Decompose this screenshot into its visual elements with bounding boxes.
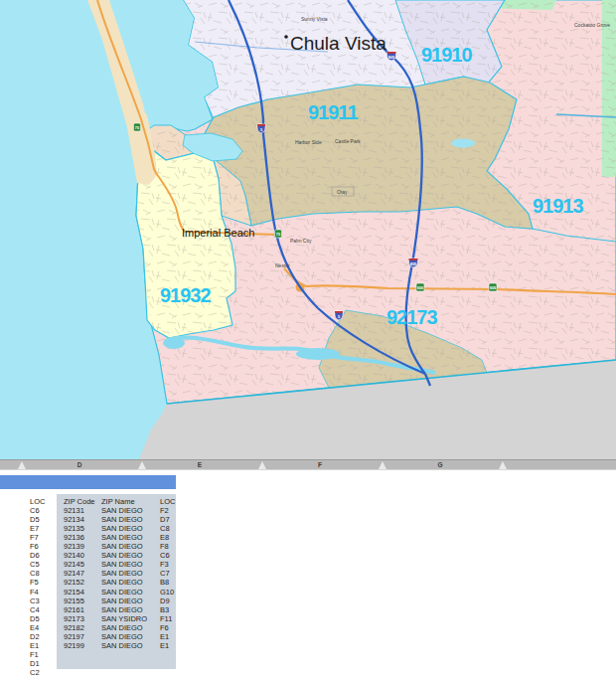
table-cell: F8 xyxy=(160,542,169,551)
table-row: F1 xyxy=(0,650,219,659)
table-cell: C2 xyxy=(30,668,40,677)
table-row: C592145SAN DIEGOF3 xyxy=(0,560,219,569)
state-route-shield-icon: 75 xyxy=(275,230,282,238)
table-cell: E1 xyxy=(160,641,169,650)
table-cell: D2 xyxy=(30,632,40,641)
table-cell: SAN DIEGO xyxy=(101,560,143,569)
table-cell: F3 xyxy=(160,560,169,569)
zip-code-map: 5 805 805 5 75 75 905 905 Chula Vista Su… xyxy=(0,0,616,459)
table-cell: C8 xyxy=(160,524,170,533)
table-cell: E7 xyxy=(30,524,39,533)
table-header-row: LOCZIP CodeZIP NameLOC xyxy=(0,497,219,506)
city-point-marker xyxy=(284,35,288,39)
table-row: C2 xyxy=(0,668,219,677)
table-cell: 92136 xyxy=(64,533,84,542)
table-row: F792136SAN DIEGOE8 xyxy=(0,533,219,542)
table-row: F592152SAN DIEGOB8 xyxy=(0,578,219,587)
table-header-cell: LOC xyxy=(30,497,45,506)
table-cell: 92131 xyxy=(64,506,84,515)
table-cell: F6 xyxy=(30,542,39,551)
table-cell: C4 xyxy=(30,605,40,614)
table-cell: F5 xyxy=(30,578,39,587)
table-cell: SAN DIEGO xyxy=(101,551,143,560)
table-cell: SAN DIEGO xyxy=(101,524,143,533)
table-cell: 92140 xyxy=(64,551,84,560)
city-label-chula-vista: Chula Vista xyxy=(290,33,386,54)
table-cell: C6 xyxy=(160,551,170,560)
table-cell: E8 xyxy=(160,533,169,542)
table-cell: C6 xyxy=(30,506,40,515)
table-cell: D1 xyxy=(30,659,40,668)
table-cell: B8 xyxy=(160,578,169,587)
table-cell: 92197 xyxy=(64,632,84,641)
table-cell: SAN DIEGO xyxy=(101,641,143,650)
svg-text:75: 75 xyxy=(276,232,281,237)
table-cell: C7 xyxy=(160,569,170,578)
state-route-shield-icon: 905 xyxy=(416,283,424,291)
table-cell: F2 xyxy=(160,506,169,515)
place-label-palm-city: Palm City xyxy=(290,238,312,244)
map-canvas: 5 805 805 5 75 75 905 905 Chula Vista Su… xyxy=(0,0,616,459)
marina-inlet xyxy=(143,101,155,113)
svg-text:805: 805 xyxy=(388,55,395,60)
table-cell: F4 xyxy=(30,588,39,596)
river-basin xyxy=(296,348,340,360)
table-row: C492161SAN DIEGOB3 xyxy=(0,605,219,614)
table-cell: 92182 xyxy=(64,623,84,632)
place-label-otay: Otay xyxy=(337,189,348,195)
interstate-shield-icon: 805 xyxy=(409,258,418,267)
table-header-cell: LOC xyxy=(160,497,175,506)
table-cell: D5 xyxy=(30,515,40,524)
place-label-castle-park: Castle Park xyxy=(335,138,361,144)
map-column-ruler: D E F G xyxy=(0,459,616,470)
table-cell: D6 xyxy=(30,551,40,560)
table-row: C392155SAN DIEGOD9 xyxy=(0,596,219,605)
ruler-notch xyxy=(258,461,266,469)
table-row: F492154SAN DIEGOG10 xyxy=(0,588,219,596)
table-row: D1 xyxy=(0,659,219,668)
table-row: C692131SAN DIEGOF2 xyxy=(0,506,219,515)
table-cell: C8 xyxy=(30,569,40,578)
svg-text:805: 805 xyxy=(410,261,417,266)
table-cell: SAN DIEGO xyxy=(101,623,143,632)
table-cell: F1 xyxy=(30,650,39,659)
marina-inlet xyxy=(139,84,151,97)
table-cell: B3 xyxy=(160,605,169,614)
interstate-shield-icon: 5 xyxy=(257,124,265,133)
ruler-notch xyxy=(499,461,507,469)
table-row: D692140SAN DIEGOC6 xyxy=(0,551,219,560)
svg-text:75: 75 xyxy=(135,125,140,130)
zip-index-table: LOCZIP CodeZIP NameLOCC692131SAN DIEGOF2… xyxy=(0,497,219,676)
table-cell: C3 xyxy=(30,596,40,605)
table-cell: F11 xyxy=(160,614,172,623)
table-cell: D5 xyxy=(30,614,40,623)
table-cell: 92135 xyxy=(64,524,84,533)
table-row: D592173SAN YSIDROF11 xyxy=(0,614,219,623)
place-label-nestor: Nestor xyxy=(275,262,290,268)
table-row: E492182SAN DIEGOF6 xyxy=(0,623,219,632)
table-cell: SAN DIEGO xyxy=(101,515,143,524)
interstate-shield-icon: 5 xyxy=(335,311,343,320)
table-cell: 92154 xyxy=(64,588,84,596)
ruler-letter-d: D xyxy=(73,460,86,469)
svg-text:905: 905 xyxy=(417,285,424,290)
table-cell: D7 xyxy=(160,515,170,524)
table-cell: G10 xyxy=(160,588,174,596)
table-cell: SAN DIEGO xyxy=(101,605,143,614)
table-cell: 92161 xyxy=(64,605,84,614)
table-cell: SAN DIEGO xyxy=(101,506,143,515)
table-cell: SAN YSIDRO xyxy=(101,614,147,623)
place-label-sunny-vista: Sunny Vista xyxy=(301,16,328,22)
zip-label-91910: 91910 xyxy=(421,44,472,66)
zip-label-92173: 92173 xyxy=(386,306,437,328)
table-cell: SAN DIEGO xyxy=(101,588,143,596)
state-route-shield-icon: 75 xyxy=(134,123,141,131)
town-label-imperial-beach: Imperial Beach xyxy=(182,227,254,239)
state-route-shield-icon: 905 xyxy=(489,283,497,291)
table-cell: C5 xyxy=(30,560,40,569)
table-row: E192199SAN DIEGOE1 xyxy=(0,641,219,650)
table-cell: SAN DIEGO xyxy=(101,596,143,605)
ruler-notch xyxy=(379,461,386,469)
table-cell: 92134 xyxy=(64,515,84,524)
table-cell: 92139 xyxy=(64,542,84,551)
